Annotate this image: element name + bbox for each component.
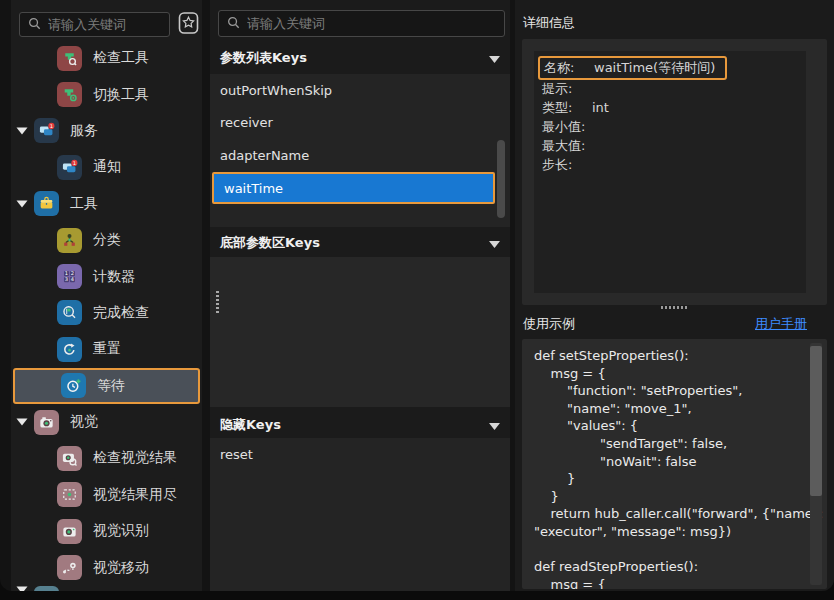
chevron-down-icon[interactable] bbox=[489, 416, 500, 435]
user-manual-link[interactable]: 用户手册 bbox=[755, 315, 807, 333]
switch-tool-icon bbox=[57, 82, 82, 107]
field-row: 提示: bbox=[542, 79, 798, 98]
expand-arrow-icon[interactable] bbox=[15, 127, 29, 135]
details-box: 名称:waitTime(等待时间)提示:类型:int最小值:最大值:步长: bbox=[522, 39, 827, 305]
tree-item[interactable]: 视觉结果用尽 bbox=[11, 477, 202, 513]
section-header-bottom-params[interactable]: 底部参数区Keys bbox=[210, 229, 510, 257]
code-scrollbar-track[interactable] bbox=[810, 343, 822, 585]
field-highlight-box: 名称:waitTime(等待时间) bbox=[538, 56, 727, 80]
star-box-icon bbox=[177, 11, 200, 39]
field-value: int bbox=[592, 100, 609, 115]
tree-item-label: 服务 bbox=[70, 122, 98, 140]
vision-icon bbox=[34, 410, 59, 435]
svg-text:3: 3 bbox=[65, 276, 68, 282]
classify-icon bbox=[57, 228, 82, 253]
section-list-2: reset bbox=[210, 438, 510, 591]
vision-exhausted-icon bbox=[57, 482, 82, 507]
expand-arrow-icon[interactable] bbox=[15, 418, 29, 426]
expand-arrow-icon[interactable] bbox=[15, 586, 29, 591]
vision-move-icon bbox=[57, 555, 82, 580]
param-item[interactable]: outPortWhenSkip bbox=[210, 74, 510, 107]
tree-item-label: 重置 bbox=[93, 340, 121, 358]
details-title: 详细信息 bbox=[523, 14, 575, 32]
section-title: 隐藏Keys bbox=[220, 416, 281, 434]
svg-text:4: 4 bbox=[71, 276, 74, 282]
tree-item-label: 计数器 bbox=[93, 268, 135, 286]
tree-item[interactable]: 视觉移动 bbox=[11, 549, 202, 585]
search-icon bbox=[227, 14, 240, 33]
tree-item[interactable]: 视觉识别 bbox=[11, 513, 202, 549]
inspect-tool-icon bbox=[57, 46, 82, 71]
tree-item-label: 检查视觉结果 bbox=[93, 449, 177, 467]
details-fields: 名称:waitTime(等待时间)提示:类型:int最小值:最大值:步长: bbox=[534, 51, 806, 293]
param-item[interactable]: receiver bbox=[210, 107, 510, 140]
search-icon bbox=[28, 15, 41, 34]
usage-example-title: 使用示例 bbox=[523, 315, 575, 333]
tree-item[interactable]: 切换工具 bbox=[11, 76, 202, 112]
expand-arrow-icon[interactable] bbox=[15, 200, 29, 208]
counter-icon: 1234 bbox=[57, 264, 82, 289]
tree-item-label: 视觉结果用尽 bbox=[93, 486, 177, 504]
left-search-box[interactable] bbox=[19, 12, 170, 37]
tree-item-label: 视觉移动 bbox=[93, 559, 149, 577]
reset-icon bbox=[57, 337, 82, 362]
tree-item-label: 工具 bbox=[70, 195, 98, 213]
param-item[interactable]: waitTime bbox=[212, 172, 495, 205]
code-scrollbar-thumb[interactable] bbox=[810, 346, 822, 496]
field-row: 步长: bbox=[542, 155, 798, 174]
tree-item[interactable]: 工具 bbox=[11, 186, 202, 222]
panel-splitter-handle[interactable] bbox=[661, 306, 688, 309]
param-item[interactable]: reset bbox=[210, 438, 510, 471]
tree-item-label: 切换工具 bbox=[93, 86, 149, 104]
tree-item[interactable]: 1234计数器 bbox=[11, 258, 202, 294]
tree-item[interactable]: 完成检查 bbox=[11, 295, 202, 331]
chevron-down-icon[interactable] bbox=[489, 49, 500, 68]
tree-item[interactable]: 1通知 bbox=[11, 149, 202, 185]
section-header-param-list[interactable]: 参数列表Keys bbox=[210, 44, 510, 72]
tool-tree: 检查工具切换工具1服务1通知工具分类1234计数器完成检查重置等待视觉检查视觉结… bbox=[11, 40, 202, 591]
section-list-1 bbox=[210, 257, 510, 407]
tree-item[interactable]: 重置 bbox=[11, 331, 202, 367]
field-row: 名称:waitTime(等待时间) bbox=[542, 56, 798, 79]
tree-item[interactable]: 分类 bbox=[11, 222, 202, 258]
field-label: 最小值: bbox=[542, 118, 592, 136]
svg-text:1: 1 bbox=[50, 123, 53, 129]
code-example-box: def setStepProperties(): msg = { "functi… bbox=[522, 339, 827, 589]
code-block: def setStepProperties(): msg = { "functi… bbox=[534, 347, 799, 589]
section-splitter-handle[interactable] bbox=[216, 291, 219, 314]
favorites-button[interactable] bbox=[176, 12, 201, 37]
tree-item[interactable]: 视觉 bbox=[11, 404, 202, 440]
left-search-input[interactable] bbox=[48, 17, 161, 32]
middle-search-input[interactable] bbox=[247, 16, 496, 31]
tree-item-label: 等待 bbox=[97, 377, 125, 395]
field-label: 最大值: bbox=[542, 137, 592, 155]
field-label: 名称: bbox=[544, 59, 594, 77]
parameter-keys-panel: 参数列表Keys outPortWhenSkipreceiveradapterN… bbox=[210, 0, 510, 591]
hidden-partial-icon bbox=[34, 586, 59, 591]
middle-search-box[interactable] bbox=[218, 10, 505, 37]
vision-recognize-icon bbox=[57, 519, 82, 544]
field-label: 步长: bbox=[542, 156, 592, 174]
field-row: 类型:int bbox=[542, 98, 798, 117]
param-item[interactable]: adapterName bbox=[210, 139, 510, 172]
tree-item-label: 通知 bbox=[93, 158, 121, 176]
section-header-hidden-keys[interactable]: 隐藏Keys bbox=[210, 411, 510, 439]
finish-check-icon bbox=[57, 300, 82, 325]
tree-item[interactable]: 检查视觉结果 bbox=[11, 440, 202, 476]
field-value: waitTime(等待时间) bbox=[594, 59, 715, 77]
wait-icon bbox=[61, 373, 86, 398]
vision-check-icon bbox=[57, 446, 82, 471]
service-chat-icon: 1 bbox=[34, 118, 59, 143]
chevron-down-icon[interactable] bbox=[489, 234, 500, 253]
field-label: 类型: bbox=[542, 99, 592, 117]
toolbox-icon bbox=[34, 191, 59, 216]
section-list-0: outPortWhenSkipreceiveradapterNamewaitTi… bbox=[210, 74, 510, 227]
app-window: 检查工具切换工具1服务1通知工具分类1234计数器完成检查重置等待视觉检查视觉结… bbox=[0, 0, 834, 591]
tree-item[interactable]: 1服务 bbox=[11, 113, 202, 149]
tree-item[interactable]: 检查工具 bbox=[11, 40, 202, 76]
section-title: 底部参数区Keys bbox=[220, 234, 320, 252]
tree-item[interactable]: 等待 bbox=[13, 368, 200, 404]
details-panel: 详细信息 名称:waitTime(等待时间)提示:类型:int最小值:最大值:步… bbox=[515, 0, 834, 591]
tree-item[interactable] bbox=[11, 586, 202, 591]
param-list-scrollbar[interactable] bbox=[497, 140, 505, 218]
